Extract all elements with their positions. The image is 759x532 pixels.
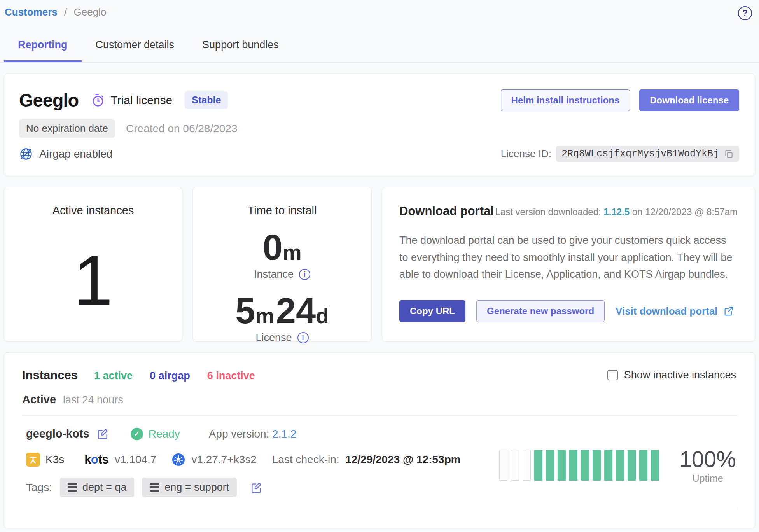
time-to-install-title: Time to install [248, 204, 317, 217]
uptime-bar-up [593, 450, 601, 481]
k8s-version: v1.27.7+k3s2 [191, 453, 256, 466]
tag-icon [150, 483, 159, 492]
uptime-widget: 100% Uptime [499, 433, 736, 497]
kubernetes-icon [172, 453, 185, 466]
k3s-icon [26, 453, 40, 467]
copy-url-button[interactable]: Copy URL [399, 300, 465, 322]
instance-install-minutes: 0 [262, 228, 282, 267]
metrics-row: Active instances 1 Time to install 0m In… [4, 187, 755, 342]
external-link-icon [723, 306, 734, 317]
instances-title: Instances [22, 368, 78, 382]
help-icon[interactable]: ? [738, 6, 752, 20]
tab-customer-details[interactable]: Customer details [82, 32, 189, 62]
last-checkin-value: 12/29/2023 @ 12:53pm [345, 453, 461, 466]
instance-install-time: 0m [262, 229, 301, 265]
license-install-minutes: 5 [235, 291, 255, 331]
copy-icon[interactable] [724, 149, 734, 159]
divider [22, 509, 738, 509]
airgap-label: Airgap enabled [39, 148, 112, 160]
tab-support-bundles[interactable]: Support bundles [188, 32, 293, 62]
time-to-install-card: Time to install 0m Instance i 5m 24d Lic… [192, 187, 372, 342]
generate-new-password-button[interactable]: Generate new password [476, 300, 605, 322]
instance-time-label: Instance [254, 268, 294, 280]
main-content: Geeglo Trial license [0, 63, 759, 532]
show-inactive-checkbox[interactable] [607, 370, 618, 380]
instance-name: geeglo-kots [26, 427, 89, 440]
customer-header-left: Geeglo Trial license [19, 89, 237, 162]
uptime-bar-up [569, 450, 577, 481]
visit-download-portal-label: Visit download portal [616, 305, 717, 317]
uptime-bar-up [558, 450, 566, 481]
tag-label: dept = qa [82, 481, 126, 494]
license-id-label: License ID: [501, 148, 551, 160]
last-checkin-label: Last check-in: [272, 453, 345, 466]
trial-timer-icon [91, 93, 105, 107]
license-time-label: License [255, 332, 292, 344]
uptime-bar-up [534, 450, 542, 481]
tag-chip-eng-support[interactable]: eng = support [142, 478, 237, 497]
last-version-label: Last version downloaded: [495, 206, 604, 217]
active-section-timeframe: last 24 hours [63, 394, 123, 406]
uptime-bar-empty [511, 450, 519, 481]
license-install-unit-m: m [255, 304, 274, 328]
active-section-label: Active [22, 393, 56, 406]
count-inactive[interactable]: 6 inactive [207, 370, 255, 382]
uptime-bar-up [604, 450, 612, 481]
expiration-badge: No expiration date [19, 119, 115, 138]
license-install-unit-d: d [316, 304, 329, 328]
license-install-time: 5m 24d [235, 293, 329, 329]
uptime-bar-up [651, 450, 659, 481]
license-install-days: 24 [276, 291, 316, 331]
tag-chip-dept-qa[interactable]: dept = qa [60, 478, 134, 497]
last-version-link[interactable]: 1.12.5 [603, 206, 630, 217]
license-id-pill[interactable]: 2Rq8WLcsjfxqrMysjvB1WodYkBj [556, 146, 739, 162]
count-active[interactable]: 1 active [94, 370, 133, 382]
topbar: Customers / Geeglo ? [0, 0, 759, 20]
helm-install-instructions-button[interactable]: Helm install instructions [501, 89, 630, 111]
customer-header-card: Geeglo Trial license [4, 74, 755, 176]
uptime-bar-empty [499, 450, 507, 481]
customer-reporting-page: Customers / Geeglo ? Reporting Customer … [0, 0, 759, 532]
instance-row: geeglo-kots ✓ Ready App versi [22, 416, 738, 497]
visit-download-portal-link[interactable]: Visit download portal [616, 305, 734, 317]
instance-details: geeglo-kots ✓ Ready App versi [26, 427, 461, 497]
distro-label: K3s [45, 453, 64, 466]
active-instances-title: Active instances [52, 204, 134, 217]
show-inactive-label: Show inactive instances [624, 369, 736, 381]
uptime-label: Uptime [679, 473, 736, 484]
download-portal-card: Download portal Last version downloaded:… [382, 187, 755, 342]
count-airgap[interactable]: 0 airgap [150, 370, 190, 382]
edit-instance-name-icon[interactable] [96, 428, 109, 440]
uptime-bar-up [581, 450, 589, 481]
kots-version: v1.104.7 [115, 453, 156, 466]
created-date: Created on 06/28/2023 [126, 122, 237, 135]
download-license-button[interactable]: Download license [639, 89, 739, 111]
show-inactive-toggle[interactable]: Show inactive instances [607, 369, 736, 381]
instance-install-unit: m [283, 240, 302, 264]
instances-card: Instances 1 active 0 airgap 6 inactive S… [4, 352, 755, 528]
tab-bar: Reporting Customer details Support bundl… [0, 32, 759, 63]
edit-tags-icon[interactable] [250, 481, 262, 494]
tab-reporting[interactable]: Reporting [4, 32, 82, 62]
app-version-link[interactable]: 2.1.2 [272, 428, 296, 440]
app-version-label: App version: [209, 428, 272, 440]
download-portal-description: The download portal can be used to give … [399, 232, 738, 283]
instance-info-icon[interactable]: i [299, 269, 310, 280]
airgap-globe-icon [19, 147, 33, 161]
uptime-value: 100% [679, 446, 736, 472]
breadcrumb-separator: / [64, 6, 67, 18]
tags-label: Tags: [26, 481, 52, 494]
instance-status: Ready [149, 428, 180, 440]
uptime-bar-up [639, 450, 647, 481]
license-type: Trial license [91, 93, 172, 107]
uptime-bar-up [546, 450, 554, 481]
kots-logo: kots [84, 453, 108, 467]
license-type-label: Trial license [110, 94, 172, 107]
last-version-suffix: on 12/20/2023 @ 8:57am [630, 206, 738, 217]
breadcrumb-customers-link[interactable]: Customers [5, 6, 58, 18]
license-info-icon[interactable]: i [297, 332, 309, 343]
breadcrumb-current: Geeglo [74, 6, 107, 18]
uptime-bar-up [628, 450, 636, 481]
license-id-value: 2Rq8WLcsjfxqrMysjvB1WodYkBj [561, 148, 719, 159]
customer-name: Geeglo [19, 89, 79, 111]
